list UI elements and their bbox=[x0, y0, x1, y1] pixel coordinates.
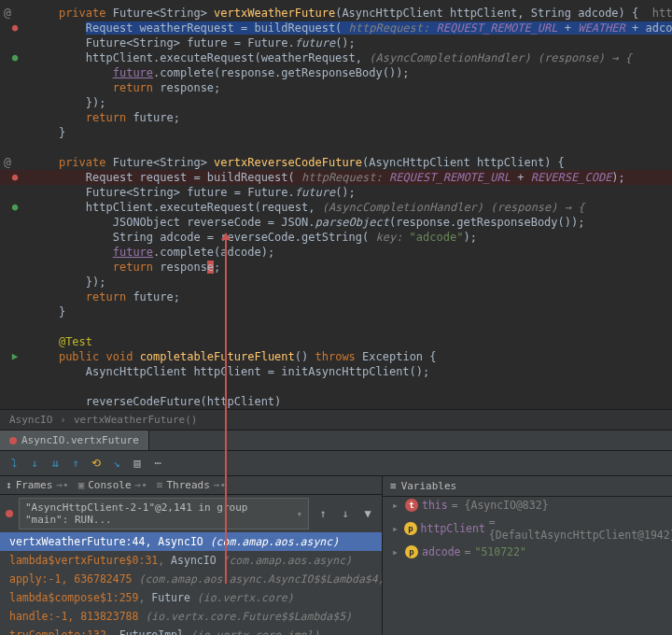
stack-trace-list: vertxWeatherFuture:44, AsyncIO (com.amap… bbox=[0, 532, 382, 635]
gutter-marker-icon[interactable]: ● bbox=[4, 50, 26, 65]
breadcrumb: AsyncIO › vertxWeatherFuture() bbox=[0, 409, 672, 430]
stack-frame[interactable]: apply:-1, 636782475 (com.amap.aos.async.… bbox=[0, 570, 382, 588]
variable-row[interactable]: ▸p httpClient = {DefaultAsyncHttpClient@… bbox=[383, 514, 672, 543]
run-test-icon[interactable]: ▶ bbox=[4, 349, 26, 364]
code-editor[interactable]: @ private Future<String> vertxWeatherFut… bbox=[0, 0, 672, 409]
step-over-icon[interactable]: ⤵ bbox=[6, 455, 22, 472]
chevron-right-icon: › bbox=[60, 414, 66, 426]
stack-frame[interactable]: vertxWeatherFuture:44, AsyncIO (com.amap… bbox=[0, 532, 382, 551]
thread-status-icon bbox=[6, 510, 13, 517]
debug-toolbar: ⤵ ↓ ⇊ ↑ ⟲ ↘ ▤ ⋯ bbox=[0, 451, 672, 476]
stack-frame[interactable]: tryComplete:132, FutureImpl (io.vertx.co… bbox=[0, 626, 382, 635]
filter-icon[interactable]: ▼ bbox=[359, 505, 376, 522]
debug-tabs: AsyncIO.vertxFuture bbox=[0, 430, 672, 451]
thread-label: "AsyncHttpClient-2-1"@2,141 in group "ma… bbox=[25, 501, 292, 526]
step-into-icon[interactable]: ↓ bbox=[26, 455, 43, 472]
stack-frame[interactable]: lambda$vertxFuture$0:31, AsyncIO (com.am… bbox=[0, 551, 382, 570]
step-out-icon[interactable]: ↑ bbox=[67, 455, 84, 472]
evaluate-icon[interactable]: ▤ bbox=[129, 455, 146, 472]
tab-console[interactable]: ▣Console→• bbox=[78, 479, 147, 491]
force-step-into-icon[interactable]: ⇊ bbox=[47, 455, 63, 472]
breakpoint-icon[interactable]: ● bbox=[4, 21, 26, 35]
variables-panel: ≡ Variables ▸t this = {AsyncIO@832}▸p ht… bbox=[383, 476, 672, 635]
breadcrumb-class[interactable]: AsyncIO bbox=[9, 414, 52, 426]
variables-list: ▸t this = {AsyncIO@832}▸p httpClient = {… bbox=[383, 497, 672, 560]
more-icon[interactable]: ⋯ bbox=[149, 455, 166, 472]
next-frame-icon[interactable]: ↓ bbox=[337, 505, 354, 522]
thread-dropdown[interactable]: "AsyncHttpClient-2-1"@2,141 in group "ma… bbox=[19, 498, 309, 529]
breakpoint-icon[interactable]: ● bbox=[4, 170, 26, 185]
debug-tab-label: AsyncIO.vertxFuture bbox=[21, 434, 139, 446]
tab-threads[interactable]: ≡Threads→• bbox=[157, 479, 226, 491]
variables-title: Variables bbox=[401, 480, 457, 492]
tab-frames[interactable]: ↕Frames→• bbox=[6, 479, 69, 491]
stack-frame[interactable]: handle:-1, 813823788 (io.vertx.core.Futu… bbox=[0, 607, 382, 626]
gutter-annotation-icon: @ bbox=[4, 6, 11, 21]
prev-frame-icon[interactable]: ↑ bbox=[315, 505, 331, 522]
stack-frame[interactable]: lambda$compose$1:259, Future (io.vertx.c… bbox=[0, 588, 382, 607]
annotation-arrow bbox=[225, 238, 227, 584]
variable-row[interactable]: ▸p adcode = "510722" bbox=[383, 543, 672, 560]
breakpoint-dot-icon bbox=[9, 437, 17, 444]
variables-icon: ≡ bbox=[390, 480, 397, 492]
drop-frame-icon[interactable]: ⟲ bbox=[88, 455, 105, 472]
debug-tab-item[interactable]: AsyncIO.vertxFuture bbox=[0, 430, 149, 450]
run-to-cursor-icon[interactable]: ↘ bbox=[108, 455, 125, 472]
chevron-down-icon: ▾ bbox=[296, 508, 302, 520]
gutter-annotation-icon: @ bbox=[4, 155, 11, 170]
breadcrumb-method[interactable]: vertxWeatherFuture() bbox=[74, 414, 197, 426]
frames-panel: ↕Frames→• ▣Console→• ≡Threads→• "AsyncHt… bbox=[0, 476, 383, 635]
variable-row[interactable]: ▸t this = {AsyncIO@832} bbox=[383, 497, 672, 514]
gutter-marker-icon[interactable]: ● bbox=[4, 200, 26, 215]
